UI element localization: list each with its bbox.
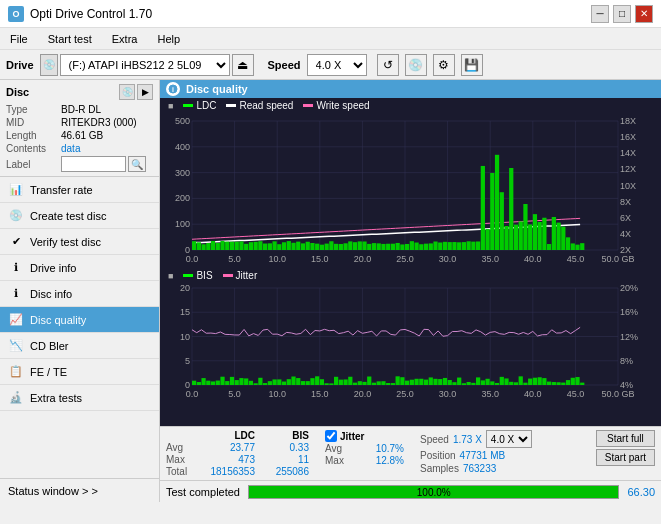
- speed-label: Speed: [268, 59, 301, 71]
- stats-total-row: Total 18156353 255086: [166, 466, 309, 477]
- minimize-button[interactable]: ─: [591, 5, 609, 23]
- disc-section: Disc 💿 ▶ Type BD-R DL MID RITEKDR3 (000)…: [0, 80, 159, 177]
- drive-select[interactable]: (F:) ATAPI iHBS212 2 5L09: [60, 54, 230, 76]
- ldc-max: 473: [200, 454, 255, 465]
- stats-empty: [166, 430, 196, 441]
- menu-file[interactable]: File: [4, 31, 34, 47]
- refresh-button[interactable]: ↺: [377, 54, 399, 76]
- speed-mode-select[interactable]: 4.0 X: [486, 430, 532, 448]
- legend-spacer2: ■: [168, 271, 173, 281]
- menu-start-test[interactable]: Start test: [42, 31, 98, 47]
- progress-percent: 100.0%: [249, 486, 618, 500]
- sidebar-item-create-test-disc-label: Create test disc: [30, 210, 106, 222]
- close-button[interactable]: ✕: [635, 5, 653, 23]
- samples-value: 763233: [463, 463, 496, 474]
- chart-header-icon: i: [166, 82, 180, 96]
- ldc-avg: 23.77: [200, 442, 255, 453]
- max-label: Max: [166, 454, 196, 465]
- top-chart-area: [160, 113, 661, 268]
- sidebar-item-disc-quality[interactable]: 📈 Disc quality: [0, 307, 159, 333]
- drive-bar: Drive 💿 (F:) ATAPI iHBS212 2 5L09 ⏏ Spee…: [0, 50, 661, 80]
- legend-ldc-label: LDC: [196, 100, 216, 111]
- bottom-chart-legend: ■ BIS Jitter: [160, 268, 661, 283]
- disc-length-key: Length: [6, 130, 61, 141]
- disc-label-btn[interactable]: 🔍: [128, 156, 146, 172]
- top-chart-canvas: [160, 113, 650, 268]
- sidebar-item-fe-te[interactable]: 📋 FE / TE: [0, 359, 159, 385]
- disc-icon-btn-1[interactable]: 💿: [119, 84, 135, 100]
- speed-label: Speed: [420, 434, 449, 445]
- disc-icon-btn-2[interactable]: ▶: [137, 84, 153, 100]
- jitter-max: 12.8%: [359, 455, 404, 466]
- disc-length-val: 46.61 GB: [61, 130, 103, 141]
- disc-label-input[interactable]: [61, 156, 126, 172]
- save-button[interactable]: 💾: [461, 54, 483, 76]
- sidebar-item-drive-info[interactable]: ℹ Drive info: [0, 255, 159, 281]
- status-window-button[interactable]: Status window > >: [0, 478, 159, 502]
- legend-bis-dot: [183, 274, 193, 277]
- app-icon: O: [8, 6, 24, 22]
- bottom-speed-value: 66.30: [627, 486, 655, 498]
- legend-bis-label: BIS: [196, 270, 212, 281]
- sidebar-item-create-test-disc[interactable]: 💿 Create test disc: [0, 203, 159, 229]
- app-title: Opti Drive Control 1.70: [30, 7, 152, 21]
- menu-help[interactable]: Help: [151, 31, 186, 47]
- speed-select[interactable]: 4.0 X: [307, 54, 367, 76]
- disc-mid-val: RITEKDR3 (000): [61, 117, 137, 128]
- disc-button[interactable]: 💿: [405, 54, 427, 76]
- disc-info-icon: ℹ: [8, 286, 24, 302]
- top-chart-legend: ■ LDC Read speed Write speed: [160, 98, 661, 113]
- jitter-avg: 10.7%: [359, 443, 404, 454]
- sidebar-item-transfer-rate[interactable]: 📊 Transfer rate: [0, 177, 159, 203]
- ldc-total: 18156353: [200, 466, 255, 477]
- drive-icon: 💿: [40, 54, 58, 76]
- disc-type-key: Type: [6, 104, 61, 115]
- status-text: Test completed: [166, 486, 240, 498]
- menu-extra[interactable]: Extra: [106, 31, 144, 47]
- drive-info-icon: ℹ: [8, 260, 24, 276]
- avg-label: Avg: [166, 442, 196, 453]
- maximize-button[interactable]: □: [613, 5, 631, 23]
- stats-max-row: Max 473 11: [166, 454, 309, 465]
- sidebar-item-disc-info-label: Disc info: [30, 288, 72, 300]
- disc-mid-key: MID: [6, 117, 61, 128]
- eject-button[interactable]: ⏏: [232, 54, 254, 76]
- legend-spacer: ■: [168, 101, 173, 111]
- sidebar-item-disc-info[interactable]: ℹ Disc info: [0, 281, 159, 307]
- stats-bar: LDC BIS Avg 23.77 0.33 Max 473 11 Total …: [160, 426, 661, 480]
- sidebar-item-transfer-rate-label: Transfer rate: [30, 184, 93, 196]
- status-window-label: Status window > >: [8, 485, 98, 497]
- legend-write-label: Write speed: [316, 100, 369, 111]
- start-part-button[interactable]: Start part: [596, 449, 655, 466]
- speed-row: Speed 1.73 X 4.0 X: [420, 430, 532, 448]
- sidebar-item-verify-test-disc[interactable]: ✔ Verify test disc: [0, 229, 159, 255]
- sidebar-item-extra-tests-label: Extra tests: [30, 392, 82, 404]
- jitter-section: Jitter Avg 10.7% Max 12.8%: [325, 430, 404, 466]
- legend-read-dot: [226, 104, 236, 107]
- legend-read-label: Read speed: [239, 100, 293, 111]
- bis-max: 11: [259, 454, 309, 465]
- settings-button[interactable]: ⚙: [433, 54, 455, 76]
- position-value: 47731 MB: [460, 450, 506, 461]
- chart-title: Disc quality: [186, 83, 248, 95]
- stats-ldc-header: LDC: [200, 430, 255, 441]
- legend-read-speed: Read speed: [226, 100, 293, 111]
- disc-contents-val: data: [61, 143, 80, 154]
- sidebar-item-extra-tests[interactable]: 🔬 Extra tests: [0, 385, 159, 411]
- legend-jitter-dot: [223, 274, 233, 277]
- jitter-checkbox[interactable]: [325, 430, 337, 442]
- disc-contents-row: Contents data: [6, 143, 153, 154]
- start-full-button[interactable]: Start full: [596, 430, 655, 447]
- position-row: Position 47731 MB: [420, 450, 532, 461]
- legend-bis: BIS: [183, 270, 212, 281]
- samples-label: Samples: [420, 463, 459, 474]
- bottom-bar: Test completed 100.0% 66.30: [160, 480, 661, 502]
- stats-header-row: LDC BIS: [166, 430, 309, 441]
- disc-header: Disc 💿 ▶: [6, 84, 153, 100]
- stats-avg-row: Avg 23.77 0.33: [166, 442, 309, 453]
- speed-value: 1.73 X: [453, 434, 482, 445]
- verify-test-disc-icon: ✔: [8, 234, 24, 250]
- sidebar-item-cd-bler[interactable]: 📉 CD Bler: [0, 333, 159, 359]
- jitter-avg-row: Avg 10.7%: [325, 443, 404, 454]
- svg-text:i: i: [172, 86, 174, 93]
